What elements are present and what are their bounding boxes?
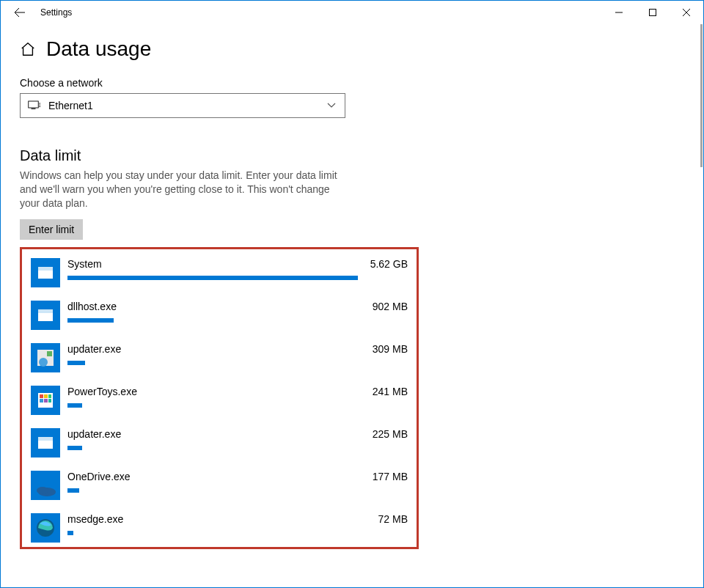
usage-bar-fill xyxy=(67,531,73,535)
apps-usage-list: System5.62 GBdllhost.exe902 MBupdater.ex… xyxy=(20,247,419,549)
home-icon[interactable] xyxy=(20,41,36,57)
back-button[interactable] xyxy=(7,1,33,24)
app-row: dllhost.exe902 MB xyxy=(31,301,408,330)
app-usage-value: 177 MB xyxy=(373,471,408,482)
svg-rect-18 xyxy=(40,399,43,403)
app-name: dllhost.exe xyxy=(67,301,117,312)
data-limit-description: Windows can help you stay under your dat… xyxy=(20,169,344,210)
usage-bar-fill xyxy=(67,446,82,450)
usage-bar-fill xyxy=(67,318,114,323)
app-usage-value: 5.62 GB xyxy=(370,258,408,270)
app-body: System5.62 GB xyxy=(67,258,408,280)
usage-bar-fill xyxy=(67,361,85,365)
network-label: Choose a network xyxy=(20,77,684,89)
chevron-down-icon xyxy=(327,103,336,109)
app-body: updater.exe309 MB xyxy=(67,343,408,365)
maximize-button[interactable] xyxy=(636,1,670,24)
data-limit-title: Data limit xyxy=(20,147,684,164)
svg-rect-2 xyxy=(32,109,36,109)
svg-rect-17 xyxy=(48,394,51,398)
window-controls xyxy=(602,1,703,24)
svg-point-26 xyxy=(37,487,48,494)
app-icon xyxy=(31,343,60,372)
svg-rect-5 xyxy=(38,267,53,271)
app-name: updater.exe xyxy=(67,428,121,440)
app-body: PowerToys.exe241 MB xyxy=(67,386,408,408)
app-name: msedge.exe xyxy=(67,513,123,525)
app-body: updater.exe225 MB xyxy=(67,428,408,450)
app-icon xyxy=(31,386,60,415)
page-title: Data usage xyxy=(46,37,151,61)
app-icon xyxy=(31,258,60,287)
app-body: msedge.exe72 MB xyxy=(67,513,408,535)
app-row: System5.62 GB xyxy=(31,258,408,287)
app-row: PowerToys.exe241 MB xyxy=(31,386,408,415)
svg-point-11 xyxy=(39,358,48,367)
titlebar: Settings xyxy=(1,1,703,24)
enter-limit-button[interactable]: Enter limit xyxy=(20,219,83,240)
usage-bar-track xyxy=(67,276,358,280)
app-usage-value: 309 MB xyxy=(373,343,408,355)
window-title: Settings xyxy=(40,7,72,18)
app-usage-value: 72 MB xyxy=(378,513,408,525)
usage-bar-track xyxy=(67,318,358,323)
svg-rect-20 xyxy=(48,399,51,403)
minimize-icon xyxy=(615,9,623,16)
monitor-icon xyxy=(28,100,41,111)
close-button[interactable] xyxy=(670,1,703,24)
app-name: OneDrive.exe xyxy=(67,471,131,482)
close-icon xyxy=(683,9,690,16)
svg-rect-19 xyxy=(44,399,48,403)
settings-window: Settings Data usage Choose a network xyxy=(0,0,704,588)
app-icon xyxy=(31,428,60,457)
svg-rect-8 xyxy=(38,309,53,313)
app-usage-value: 902 MB xyxy=(373,301,408,312)
usage-bar-fill xyxy=(67,276,358,280)
app-row: updater.exe309 MB xyxy=(31,343,408,372)
usage-bar-track xyxy=(67,531,358,535)
usage-bar-track xyxy=(67,361,358,365)
svg-rect-23 xyxy=(38,437,53,441)
arrow-left-icon xyxy=(14,7,26,18)
app-name: updater.exe xyxy=(67,343,121,355)
svg-rect-12 xyxy=(47,351,52,356)
app-name: PowerToys.exe xyxy=(67,386,137,397)
maximize-icon xyxy=(649,9,656,16)
app-row: msedge.exe72 MB xyxy=(31,513,408,543)
app-name: System xyxy=(67,258,102,270)
app-body: dllhost.exe902 MB xyxy=(67,301,408,323)
app-row: updater.exe225 MB xyxy=(31,428,408,457)
svg-rect-1 xyxy=(29,101,39,108)
usage-bar-track xyxy=(67,488,358,493)
usage-bar-fill xyxy=(67,488,79,493)
app-icon xyxy=(31,513,60,543)
app-usage-value: 241 MB xyxy=(373,386,408,397)
network-value: Ethernet1 xyxy=(48,100,93,111)
usage-bar-track xyxy=(67,446,358,450)
page-header: Data usage xyxy=(20,37,684,61)
network-select[interactable]: Ethernet1 xyxy=(20,93,345,118)
svg-rect-15 xyxy=(40,394,43,398)
svg-rect-16 xyxy=(44,394,48,398)
usage-bar-track xyxy=(67,403,358,408)
app-icon xyxy=(31,471,60,500)
content-area: Data usage Choose a network Ethernet1 Da… xyxy=(1,24,703,587)
usage-bar-fill xyxy=(67,403,82,408)
app-usage-value: 225 MB xyxy=(373,428,408,440)
minimize-button[interactable] xyxy=(602,1,636,24)
app-row: OneDrive.exe177 MB xyxy=(31,471,408,500)
app-icon xyxy=(31,301,60,330)
svg-rect-0 xyxy=(650,10,656,16)
app-body: OneDrive.exe177 MB xyxy=(67,471,408,493)
